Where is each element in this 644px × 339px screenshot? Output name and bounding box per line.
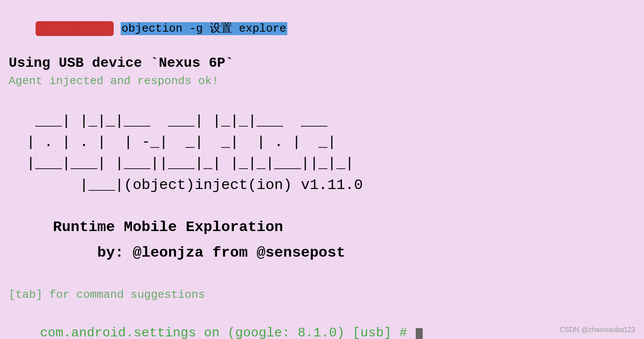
- command-line: xxxxxxxxxx objection -g 设置 explore: [9, 4, 635, 53]
- cursor: [416, 328, 423, 339]
- ascii-line-1: ___| |_|_|___ ___| |_|_|___ ___: [9, 111, 635, 132]
- prompt-text: com.android.settings on (google: 8.1.0) …: [40, 326, 415, 339]
- empty-line-2: [9, 196, 635, 212]
- runtime-line-2: by: @leonjza from @sensepost: [9, 242, 635, 264]
- watermark: CSDN @zhaoxiaoba123: [559, 326, 635, 334]
- ascii-line-4: |___|(object)inject(ion) v1.11.0: [9, 175, 635, 196]
- ascii-art-block: ___| |_|_|___ ___| |_|_|___ ___ | . | . …: [9, 111, 635, 196]
- user-host-redacted: xxxxxxxxxx: [36, 21, 114, 36]
- ascii-line-3: |___|___| |___||___|_| |_|_|___||_|_|: [9, 153, 635, 174]
- device-line: Using USB device `Nexus 6P`: [9, 53, 635, 73]
- empty-line-1: [9, 90, 635, 106]
- prompt-line[interactable]: com.android.settings on (google: 8.1.0) …: [9, 305, 635, 339]
- empty-line-3: [9, 264, 635, 280]
- tab-hint-line: [tab] for command suggestions: [9, 287, 635, 303]
- objection-command: objection -g 设置 explore: [121, 22, 287, 35]
- ascii-line-2: | . | . | | -_| _| _| | . | _|: [9, 132, 635, 153]
- command-text: objection -g 设置 explore: [114, 22, 287, 35]
- runtime-line-1: Runtime Mobile Exploration: [9, 217, 635, 238]
- terminal-window: xxxxxxxxxx objection -g 设置 explore Using…: [0, 0, 644, 339]
- agent-line: Agent injected and responds ok!: [9, 73, 635, 90]
